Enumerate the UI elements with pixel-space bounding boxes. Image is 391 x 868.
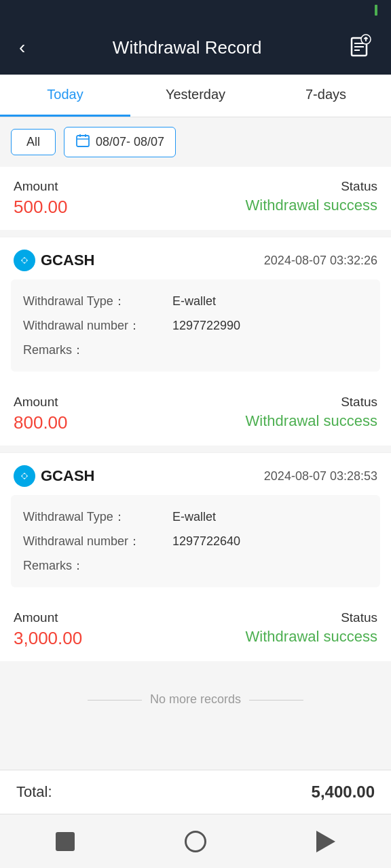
withdrawal-type-row-3: Withdrawal Type： E-wallet xyxy=(23,505,368,529)
withdrawal-type-label-3: Withdrawal Type： xyxy=(23,509,172,525)
tab-7days[interactable]: 7-days xyxy=(261,75,391,117)
withdrawal-type-value-2: E-wallet xyxy=(172,294,216,309)
provider-name-2: GCASH xyxy=(41,252,94,269)
status-value-3: Withdrawal success xyxy=(246,628,377,646)
total-value: 5,400.00 xyxy=(312,783,375,802)
back-nav-button[interactable] xyxy=(314,829,338,854)
withdrawal-number-row-2: Withdrawal number： 1297722990 xyxy=(23,313,368,338)
amount-label-1: Amount xyxy=(14,179,68,194)
provider-info-3: GCASH xyxy=(14,465,94,487)
svg-point-15 xyxy=(22,474,26,478)
calendar-icon xyxy=(75,133,90,151)
record-card-2: GCASH 2024-08-07 03:32:26 Withdrawal Typ… xyxy=(0,237,391,446)
gcash-icon-3 xyxy=(14,465,35,487)
date-range-button[interactable]: 08/07- 08/07 xyxy=(64,127,176,157)
amount-block-2: Amount 800.00 xyxy=(14,395,68,433)
withdrawal-number-label-3: Withdrawal number： xyxy=(23,533,172,549)
tab-yesterday[interactable]: Yesterday xyxy=(130,75,261,117)
withdrawal-type-label-2: Withdrawal Type： xyxy=(23,293,172,309)
date-range-label: 08/07- 08/07 xyxy=(96,135,164,149)
amount-status-row-1: Amount 500.00 Status Withdrawal success xyxy=(0,167,391,230)
header: ‹ Withdrawal Record xyxy=(0,20,391,75)
withdrawal-number-value-3: 1297722640 xyxy=(172,534,240,549)
status-block-1: Status Withdrawal success xyxy=(246,179,377,214)
provider-info-2: GCASH xyxy=(14,250,94,271)
back-button[interactable]: ‹ xyxy=(14,31,31,64)
remarks-row-2: Remarks： xyxy=(23,338,368,362)
provider-time-2: 2024-08-07 03:32:26 xyxy=(264,254,377,268)
status-label-1: Status xyxy=(246,179,377,194)
remarks-label-2: Remarks： xyxy=(23,342,172,358)
bottom-nav xyxy=(0,814,391,868)
details-box-3: Withdrawal Type： E-wallet Withdrawal num… xyxy=(11,495,380,587)
signal-icon xyxy=(375,5,377,16)
total-label: Total: xyxy=(16,783,52,801)
amount-value-3: 3,000.00 xyxy=(14,628,82,649)
withdrawal-number-label-2: Withdrawal number： xyxy=(23,317,172,334)
svg-point-13 xyxy=(22,258,26,262)
back-triangle-icon xyxy=(316,831,335,852)
status-value-1: Withdrawal success xyxy=(246,197,377,214)
svg-rect-8 xyxy=(77,136,89,146)
total-bar: Total: 5,400.00 xyxy=(0,770,391,814)
amount-status-row-3: Amount 3,000.00 Status Withdrawal succes… xyxy=(0,598,391,661)
withdrawal-number-value-2: 1297722990 xyxy=(172,319,240,333)
provider-header-2: GCASH 2024-08-07 03:32:26 xyxy=(0,237,391,279)
remarks-label-3: Remarks： xyxy=(23,557,172,574)
amount-label-2: Amount xyxy=(14,395,68,410)
provider-time-3: 2024-08-07 03:28:53 xyxy=(264,469,377,484)
tab-today[interactable]: Today xyxy=(0,75,130,117)
record-card-3: GCASH 2024-08-07 03:28:53 Withdrawal Typ… xyxy=(0,452,391,661)
details-box-2: Withdrawal Type： E-wallet Withdrawal num… xyxy=(11,279,380,372)
status-label-2: Status xyxy=(246,395,377,410)
home-circle-button[interactable] xyxy=(183,829,208,854)
status-block-2: Status Withdrawal success xyxy=(246,395,377,430)
page-title: Withdrawal Record xyxy=(113,37,262,58)
upload-icon[interactable] xyxy=(343,28,377,67)
no-more-text: No more records xyxy=(0,679,391,713)
withdrawal-number-row-3: Withdrawal number： 1297722640 xyxy=(23,529,368,553)
amount-label-3: Amount xyxy=(14,610,82,625)
gcash-icon-2 xyxy=(14,250,35,271)
status-value-2: Withdrawal success xyxy=(246,412,377,430)
amount-block-1: Amount 500.00 xyxy=(14,179,68,218)
status-bar xyxy=(0,0,391,20)
square-icon xyxy=(56,832,75,851)
remarks-row-3: Remarks： xyxy=(23,553,368,578)
amount-block-3: Amount 3,000.00 xyxy=(14,610,82,649)
amount-status-row-2: Amount 800.00 Status Withdrawal success xyxy=(0,382,391,446)
provider-header-3: GCASH 2024-08-07 03:28:53 xyxy=(0,452,391,495)
filter-bar: All 08/07- 08/07 xyxy=(0,117,391,167)
tabs: Today Yesterday 7-days xyxy=(0,75,391,117)
status-label-3: Status xyxy=(246,610,377,625)
home-button[interactable] xyxy=(53,829,77,854)
status-block-3: Status Withdrawal success xyxy=(246,610,377,646)
content: Amount 500.00 Status Withdrawal success … xyxy=(0,167,391,770)
provider-name-3: GCASH xyxy=(41,467,94,485)
record-card-1: Amount 500.00 Status Withdrawal success xyxy=(0,167,391,230)
withdrawal-type-value-3: E-wallet xyxy=(172,510,216,524)
withdrawal-type-row-2: Withdrawal Type： E-wallet xyxy=(23,289,368,313)
amount-value-2: 800.00 xyxy=(14,412,68,433)
circle-icon xyxy=(185,831,206,852)
all-filter-button[interactable]: All xyxy=(11,129,56,155)
amount-value-1: 500.00 xyxy=(14,197,68,218)
